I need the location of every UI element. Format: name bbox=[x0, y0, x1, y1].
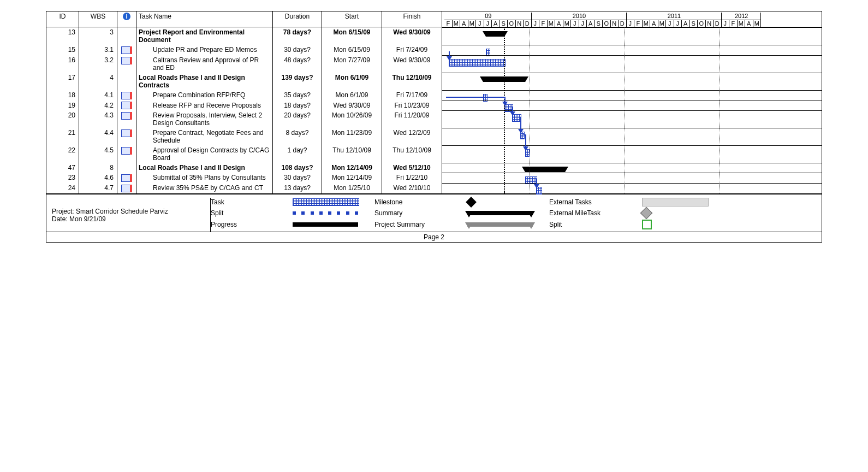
cell-start: Mon 10/26/09 bbox=[322, 110, 382, 128]
cell-duration: 48 days? bbox=[273, 55, 322, 73]
cell-indicator bbox=[117, 73, 136, 90]
cell-task-name: Local Roads Phase I and II Design Contra… bbox=[136, 73, 273, 90]
cell-indicator bbox=[117, 55, 136, 73]
legend-symbol-psummary bbox=[467, 222, 549, 227]
cell-task-name: Prepare Combination RFP/RFQ bbox=[136, 90, 273, 101]
summary-bar bbox=[483, 76, 526, 82]
cell-indicator bbox=[117, 27, 136, 45]
cell-duration: 108 days? bbox=[273, 163, 322, 173]
cell-start: Mon 1/25/10 bbox=[322, 183, 382, 193]
cell-finish: Fri 1/22/10 bbox=[382, 173, 442, 183]
cell-indicator bbox=[117, 183, 136, 193]
task-indicator-icon bbox=[121, 185, 132, 192]
cell-finish: Wed 5/12/10 bbox=[382, 163, 442, 173]
table-body: 133Project Report and Environmental Docu… bbox=[46, 27, 822, 194]
legend-symbol-summary bbox=[467, 211, 549, 215]
cell-indicator bbox=[117, 101, 136, 111]
task-bar bbox=[449, 59, 506, 67]
legend-label: Progress bbox=[211, 221, 293, 228]
legend-symbol-ext bbox=[642, 198, 724, 206]
cell-task-name: Submittal of 35% Plans by Consultants bbox=[136, 173, 273, 183]
cell-task-name: Update PR and Prepare ED Memos bbox=[136, 45, 273, 55]
cell-wbs: 8 bbox=[79, 163, 117, 173]
cell-start: Mon 12/14/09 bbox=[322, 173, 382, 183]
cell-task-name: Release RFP and Receive Proposals bbox=[136, 101, 273, 111]
gantt-cell bbox=[442, 101, 822, 111]
cell-wbs: 4.4 bbox=[79, 128, 117, 145]
cell-task-name: Review 35% PS&E by C/CAG and CT bbox=[136, 183, 273, 193]
cell-indicator bbox=[117, 163, 136, 173]
cell-finish: Fri 7/17/09 bbox=[382, 90, 442, 101]
cell-id: 16 bbox=[46, 55, 79, 73]
cell-id: 21 bbox=[46, 128, 79, 145]
cell-wbs: 4.3 bbox=[79, 110, 117, 128]
cell-start: Mon 11/23/09 bbox=[322, 128, 382, 145]
legend-symbol-milestone bbox=[467, 198, 549, 206]
cell-task-name: Review Proposals, Interview, Select 2 De… bbox=[136, 110, 273, 128]
legend-label: External MileTask bbox=[549, 209, 642, 217]
gantt-cell bbox=[442, 73, 822, 90]
cell-id: 22 bbox=[46, 145, 79, 163]
legend-label: Project Summary bbox=[374, 221, 467, 228]
cell-id: 15 bbox=[46, 45, 79, 55]
summary-bar bbox=[486, 31, 504, 37]
cell-wbs: 3.2 bbox=[79, 55, 117, 73]
cell-wbs: 4.7 bbox=[79, 183, 117, 193]
cell-task-name: Caltrans Review and Approval of PR and E… bbox=[136, 55, 273, 73]
cell-start: Mon 6/1/09 bbox=[322, 73, 382, 90]
legend-label: Split bbox=[549, 221, 642, 228]
cell-duration: 8 days? bbox=[273, 128, 322, 145]
legend-label: Split bbox=[211, 209, 293, 217]
task-bar bbox=[536, 187, 542, 194]
legend-label: Task bbox=[211, 198, 293, 206]
cell-indicator bbox=[117, 145, 136, 163]
task-indicator-icon bbox=[121, 147, 132, 155]
cell-start: Thu 12/10/09 bbox=[322, 145, 382, 163]
cell-indicator bbox=[117, 90, 136, 101]
cell-id: 20 bbox=[46, 110, 79, 128]
cell-indicator bbox=[117, 45, 136, 55]
task-indicator-icon bbox=[121, 92, 132, 99]
gantt-cell bbox=[442, 183, 822, 193]
cell-id: 18 bbox=[46, 90, 79, 101]
gantt-cell bbox=[442, 55, 822, 73]
cell-start: Mon 6/15/09 bbox=[322, 45, 382, 55]
table-header: ID WBS i Task Name Duration Start Finish… bbox=[46, 11, 822, 27]
cell-finish: Fri 7/24/09 bbox=[382, 45, 442, 55]
task-indicator-icon bbox=[121, 46, 132, 54]
cell-id: 13 bbox=[46, 27, 79, 45]
cell-finish: Thu 12/10/09 bbox=[382, 73, 442, 90]
legend-symbol-task bbox=[293, 198, 374, 206]
legend-label: Summary bbox=[374, 209, 467, 217]
cell-indicator bbox=[117, 173, 136, 183]
cell-wbs: 4.6 bbox=[79, 173, 117, 183]
legend-symbol-extm bbox=[642, 209, 724, 217]
cell-duration: 78 days? bbox=[273, 27, 322, 45]
cell-finish: Wed 9/30/09 bbox=[382, 55, 442, 73]
cell-task-name: Prepare Contract, Negotiate Fees and Sch… bbox=[136, 128, 273, 145]
col-duration: Duration bbox=[273, 11, 322, 27]
cell-start: Mon 12/14/09 bbox=[322, 163, 382, 173]
timeline-header: 09201020112012FMAMJJASONDJFMAMJJASONDJFM… bbox=[442, 11, 822, 27]
cell-indicator bbox=[117, 110, 136, 128]
cell-id: 17 bbox=[46, 73, 79, 90]
gantt-cell bbox=[442, 163, 822, 173]
task-indicator-icon bbox=[121, 102, 132, 109]
legend-project-info: Project: Smart Corridor Schedule Parviz … bbox=[52, 198, 211, 232]
col-wbs: WBS bbox=[79, 11, 117, 27]
task-indicator-icon bbox=[121, 129, 132, 137]
legend-items: TaskMilestoneExternal TasksSplitSummaryE… bbox=[211, 198, 816, 232]
legend-symbol-split bbox=[293, 211, 374, 215]
legend-symbol-progress bbox=[293, 222, 374, 227]
legend-label: Milestone bbox=[374, 198, 467, 206]
col-finish: Finish bbox=[382, 11, 442, 27]
task-bar bbox=[525, 149, 530, 157]
cell-indicator bbox=[117, 128, 136, 145]
cell-task-name: Approval of Design Contracts by C/CAG Bo… bbox=[136, 145, 273, 163]
legend-label: External Tasks bbox=[549, 198, 642, 206]
cell-start: Wed 9/30/09 bbox=[322, 101, 382, 111]
col-task-name: Task Name bbox=[136, 11, 273, 27]
cell-finish: Wed 12/2/09 bbox=[382, 128, 442, 145]
gantt-cell bbox=[442, 45, 822, 55]
cell-wbs: 3.1 bbox=[79, 45, 117, 55]
